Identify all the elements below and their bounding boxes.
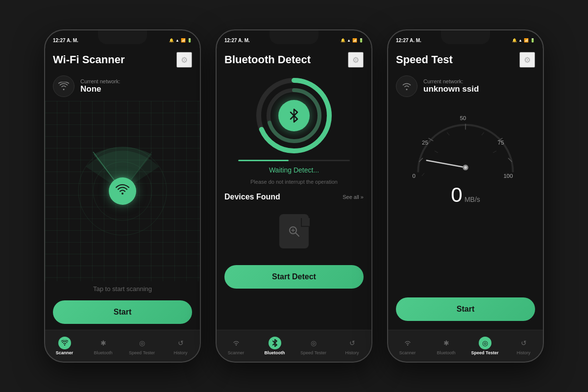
nav-bluetooth-label-2: Bluetooth xyxy=(265,350,285,355)
svg-line-18 xyxy=(422,173,424,176)
status-icons-2: 🔔 ▲ 📶 🔋 xyxy=(341,38,364,43)
nav-scanner-1[interactable]: Scanner xyxy=(45,337,84,355)
speedo-label-25: 25 xyxy=(422,139,428,146)
nav-history-icon-1: ↺ xyxy=(174,337,187,349)
network-value-1: None xyxy=(80,84,120,94)
wifi-center-icon xyxy=(116,184,129,198)
nav-bluetooth-icon-2 xyxy=(269,337,281,349)
app-content-1: Wi-Fi Scanner ⚙ Current network: None xyxy=(45,46,200,330)
svg-point-24 xyxy=(407,344,408,345)
speedo-label-0: 0 xyxy=(413,172,416,179)
network-info-1: Current network: None xyxy=(45,72,200,101)
network-value-3: unknown ssid xyxy=(423,84,479,94)
app-header-3: Speed Test ⚙ xyxy=(388,46,543,72)
nav-history-2[interactable]: ↺ History xyxy=(333,337,371,355)
wifi-circle-1 xyxy=(53,75,74,97)
nav-scanner-icon-1 xyxy=(58,337,71,349)
app-header-1: Wi-Fi Scanner ⚙ xyxy=(45,46,200,72)
devices-section: Devices Found See all » xyxy=(224,190,364,258)
speedometer: 0 25 50 75 100 xyxy=(407,106,524,179)
svg-line-21 xyxy=(482,132,484,135)
status-bar-2: 12:27 A. M. 🔔 ▲ 📶 🔋 xyxy=(217,30,371,46)
nav-history-1[interactable]: ↺ History xyxy=(161,337,200,355)
bt-progress-bar xyxy=(238,160,349,161)
app-title-3: Speed Test xyxy=(396,53,453,66)
settings-button-3[interactable]: ⚙ xyxy=(519,52,535,68)
wifi-status-icon-3: ▲ xyxy=(518,38,522,43)
status-time-3: 12:27 A. M. xyxy=(396,38,421,43)
status-icons-1: 🔔 ▲ 📶 🔋 xyxy=(169,38,192,43)
nav-scanner-icon-3 xyxy=(401,337,414,349)
scan-hint: Tap to start scanning xyxy=(45,281,200,296)
bottom-nav-2: Scanner Bluetooth ◎ Speed Tester ↺ Histo… xyxy=(217,330,371,362)
scan-area[interactable] xyxy=(45,101,200,281)
nav-speed-1[interactable]: ◎ Speed Tester xyxy=(122,337,161,355)
settings-button-1[interactable]: ⚙ xyxy=(176,52,192,68)
network-label-1: Current network: xyxy=(80,78,120,84)
no-devices-icon xyxy=(279,214,309,248)
svg-point-6 xyxy=(64,344,65,345)
speedo-label-100: 100 xyxy=(503,172,513,179)
bt-status-text: Waiting Detect... xyxy=(269,166,319,174)
status-icons-3: 🔔 ▲ 📶 🔋 xyxy=(512,38,535,43)
nav-speed-icon-1: ◎ xyxy=(136,337,148,349)
svg-line-19 xyxy=(435,151,438,153)
notif-icon-3: 🔔 xyxy=(512,38,517,43)
svg-line-20 xyxy=(447,132,449,135)
status-time-2: 12:27 A. M. xyxy=(224,38,250,43)
bt-center: Waiting Detect... Please do not interrup… xyxy=(217,72,371,330)
app-title-2: Bluetooth Detect xyxy=(224,53,311,66)
speedo-center-dot-inner xyxy=(464,166,467,169)
signal-icon-1: 📶 xyxy=(181,38,186,43)
svg-line-22 xyxy=(493,151,496,153)
nav-bluetooth-2[interactable]: Bluetooth xyxy=(255,337,294,355)
start-speed-button[interactable]: Start xyxy=(396,297,535,321)
start-scan-button[interactable]: Start xyxy=(53,300,192,324)
svg-point-5 xyxy=(122,193,123,195)
battery-icon-2: 🔋 xyxy=(359,38,364,43)
nav-bluetooth-label-1: Bluetooth xyxy=(94,350,112,355)
bluetooth-center-icon[interactable] xyxy=(278,100,310,131)
nav-speed-3[interactable]: ◎ Speed Tester xyxy=(466,337,504,355)
speed-number: 0 xyxy=(451,183,462,206)
nav-scanner-2[interactable]: Scanner xyxy=(217,337,255,355)
settings-button-2[interactable]: ⚙ xyxy=(348,52,364,68)
phone-wifi-scanner: 12:27 A. M. 🔔 ▲ 📶 🔋 Wi-Fi Scanner ⚙ xyxy=(44,29,201,363)
nav-history-label-3: History xyxy=(516,350,530,355)
devices-title: Devices Found xyxy=(224,193,280,201)
start-detect-button[interactable]: Start Detect xyxy=(224,265,364,289)
nav-bluetooth-1[interactable]: ✱ Bluetooth xyxy=(84,337,122,355)
nav-bluetooth-3[interactable]: ✱ Bluetooth xyxy=(427,337,466,355)
nav-history-3[interactable]: ↺ History xyxy=(504,337,543,355)
network-text-1: Current network: None xyxy=(80,78,120,94)
nav-bluetooth-icon-3: ✱ xyxy=(440,337,453,349)
bottom-nav-3: Scanner ✱ Bluetooth ◎ Speed Tester ↺ His… xyxy=(388,330,543,362)
speedo-label-50: 50 xyxy=(460,115,466,121)
wifi-scan-button[interactable] xyxy=(109,177,136,205)
app-header-2: Bluetooth Detect ⚙ xyxy=(217,46,371,72)
app-title-1: Wi-Fi Scanner xyxy=(53,53,125,66)
nav-bluetooth-label-3: Bluetooth xyxy=(437,350,455,355)
speedometer-svg: 0 25 50 75 100 xyxy=(407,106,524,179)
nav-history-label-1: History xyxy=(173,350,187,355)
bt-progress-fill xyxy=(238,160,288,161)
see-all-button[interactable]: See all » xyxy=(343,194,364,200)
nav-bluetooth-icon-1: ✱ xyxy=(97,337,110,349)
phone-bluetooth: 12:27 A. M. 🔔 ▲ 📶 🔋 Bluetooth Detect ⚙ xyxy=(216,29,372,363)
wifi-circle-3 xyxy=(396,75,417,97)
status-bar-3: 12:27 A. M. 🔔 ▲ 📶 🔋 xyxy=(388,30,543,46)
nav-speed-2[interactable]: ◎ Speed Tester xyxy=(294,337,333,355)
nav-scanner-label-3: Scanner xyxy=(399,350,416,355)
battery-icon-3: 🔋 xyxy=(530,38,535,43)
nav-scanner-3[interactable]: Scanner xyxy=(388,337,427,355)
nav-speed-label-2: Speed Tester xyxy=(300,350,326,355)
wifi-status-icon-2: ▲ xyxy=(347,38,351,43)
speedo-label-75: 75 xyxy=(498,139,504,146)
speed-content: 0 25 50 75 100 0 xyxy=(388,101,543,330)
status-bar-1: 12:27 A. M. 🔔 ▲ 📶 🔋 xyxy=(45,30,200,46)
battery-icon-1: 🔋 xyxy=(187,38,192,43)
bottom-nav-1: Scanner ✱ Bluetooth ◎ Speed Tester ↺ His… xyxy=(45,330,200,362)
wifi-status-icon-1: ▲ xyxy=(175,38,179,43)
nav-speed-label-1: Speed Tester xyxy=(129,350,155,355)
bt-ring-container xyxy=(255,76,333,155)
